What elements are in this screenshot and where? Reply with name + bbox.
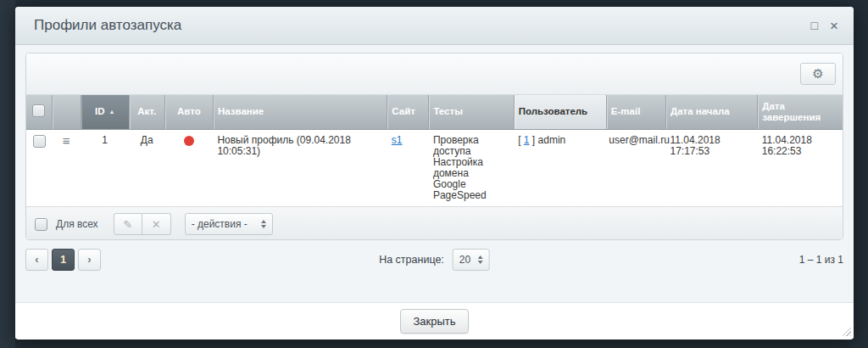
- records-range-label: 1 – 1 из 1: [799, 254, 843, 266]
- column-header-active[interactable]: Акт.: [129, 95, 164, 129]
- grid-toolbar: ⚙: [26, 53, 843, 95]
- next-page-button[interactable]: ›: [78, 249, 101, 271]
- site-link[interactable]: s1: [392, 134, 403, 146]
- dialog-titlebar: Профили автозапуска □ ×: [15, 7, 854, 45]
- background-page: [0, 0, 15, 348]
- grid-footer: Для всех ✎ ✕ - действия -: [26, 206, 843, 241]
- autorun-profiles-dialog: Профили автозапуска □ × ⚙: [15, 7, 854, 340]
- close-dialog-button[interactable]: Закрыть: [400, 309, 468, 334]
- actions-select[interactable]: - действия -: [185, 213, 273, 235]
- column-header-email[interactable]: E-mail: [606, 95, 665, 129]
- select-all-checkbox[interactable]: [32, 104, 45, 117]
- user-login: admin: [538, 134, 566, 146]
- current-page-button[interactable]: 1: [52, 249, 75, 271]
- spinner-arrows-icon: [261, 220, 266, 228]
- table-row: ≡ 1 Да Новый профиль (09.04.2018 10:05:3…: [26, 129, 843, 206]
- grid-settings-button[interactable]: ⚙: [800, 63, 836, 85]
- pencil-icon: ✎: [123, 218, 132, 231]
- gear-icon: ⚙: [812, 66, 823, 81]
- status-dot-icon: [184, 136, 194, 146]
- cross-icon: ✕: [152, 218, 161, 231]
- cell-active: Да: [129, 129, 164, 206]
- header-checkbox-cell: [26, 95, 52, 129]
- per-page-select[interactable]: 20: [453, 249, 490, 271]
- column-header-tests[interactable]: Тесты: [429, 95, 514, 129]
- sort-asc-icon: ▲: [108, 109, 114, 115]
- resize-handle[interactable]: [840, 325, 851, 336]
- dialog-content: ⚙ ID▲ Акт. Авто Название: [15, 45, 854, 303]
- for-all-checkbox[interactable]: [35, 218, 47, 231]
- spinner-arrows-icon: [478, 255, 483, 264]
- drag-handle-icon[interactable]: ≡: [63, 133, 70, 148]
- cell-email: user@mail.ru: [606, 129, 665, 206]
- dialog-title: Профили автозапуска: [34, 17, 811, 34]
- dialog-footer: Закрыть: [15, 303, 854, 339]
- column-header-id[interactable]: ID▲: [81, 95, 129, 129]
- profiles-table: ID▲ Акт. Авто Название Сайт Тесты Пользо…: [26, 95, 843, 206]
- cell-name: Новый профиль (09.04.2018 10:05:31): [213, 129, 387, 206]
- column-header-date-end[interactable]: Дата завершения: [758, 95, 843, 129]
- cell-tests: Проверка доступа Настройка домена Google…: [429, 129, 514, 206]
- per-page-label: На странице:: [379, 254, 444, 266]
- prev-page-button[interactable]: ‹: [25, 249, 48, 271]
- close-icon[interactable]: ×: [830, 19, 838, 33]
- row-checkbox[interactable]: [33, 135, 46, 148]
- column-header-date-start[interactable]: Дата начала: [665, 95, 757, 129]
- maximize-icon[interactable]: □: [811, 20, 818, 31]
- column-header-site[interactable]: Сайт: [387, 95, 429, 129]
- user-id-link[interactable]: 1: [524, 134, 530, 146]
- edit-button[interactable]: ✎: [114, 213, 142, 235]
- cell-date-end: 11.04.2018 16:22:53: [758, 129, 843, 206]
- cell-id: 1: [81, 129, 129, 206]
- column-header-user[interactable]: Пользователь: [514, 95, 606, 129]
- profiles-grid-panel: ⚙ ID▲ Акт. Авто Название: [25, 53, 843, 240]
- column-header-name[interactable]: Название: [213, 95, 387, 129]
- cell-date-start: 11.04.2018 17:17:53: [665, 129, 757, 206]
- for-all-label: Для всех: [56, 218, 98, 230]
- delete-button[interactable]: ✕: [142, 213, 171, 235]
- pagination-row: ‹ 1 › На странице: 20 1 – 1 из 1: [25, 248, 843, 271]
- header-drag-cell: [52, 95, 81, 129]
- column-header-auto[interactable]: Авто: [164, 95, 213, 129]
- table-header-row: ID▲ Акт. Авто Название Сайт Тесты Пользо…: [26, 95, 843, 129]
- cell-user: [ 1 ] admin: [514, 129, 606, 206]
